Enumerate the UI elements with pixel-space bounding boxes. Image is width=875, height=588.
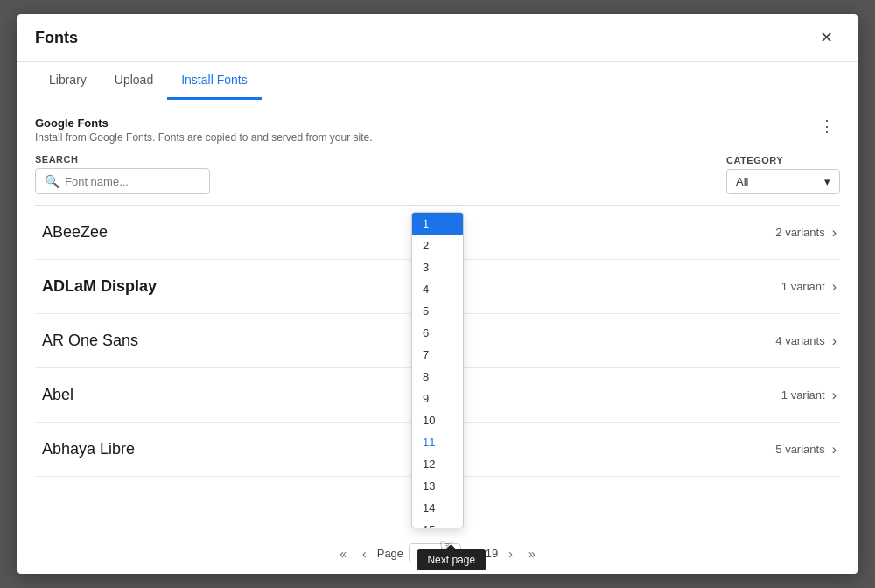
- fonts-dialog: Fonts ✕ Library Upload Install Fonts Goo…: [18, 14, 858, 574]
- page-dropdown-list: 1 2 3 4 5 6 7 8 9 10 11 12 13 14 15 16 1…: [412, 213, 463, 528]
- category-value: All: [736, 175, 748, 188]
- chevron-right-icon: ›: [832, 388, 836, 403]
- dropdown-item-5[interactable]: 5: [412, 300, 463, 322]
- dropdown-item-10[interactable]: 10: [412, 410, 463, 431]
- dropdown-item-4[interactable]: 4: [412, 278, 463, 300]
- filters-row: SEARCH 🔍 CATEGORY All ▾: [35, 154, 840, 194]
- category-select[interactable]: All ▾: [726, 169, 840, 194]
- dropdown-item-14[interactable]: 14: [412, 497, 463, 519]
- pagination-bar: « ‹ Page 1 ▾ of 319 › » ☞ Next page: [35, 535, 840, 574]
- font-meta: 1 variant ›: [781, 388, 836, 403]
- search-icon: 🔍: [45, 174, 60, 188]
- font-variants: 4 variants: [775, 334, 824, 347]
- font-name: ADLaM Display: [42, 277, 157, 296]
- font-name: Abel: [42, 386, 74, 404]
- dropdown-item-6[interactable]: 6: [412, 322, 463, 344]
- font-variants: 2 variants: [775, 226, 824, 239]
- dialog-header: Fonts ✕: [18, 14, 858, 62]
- section-description: Install from Google Fonts. Fonts are cop…: [35, 131, 373, 144]
- search-label: SEARCH: [35, 154, 210, 164]
- font-meta: 4 variants ›: [775, 333, 836, 349]
- category-label: CATEGORY: [726, 155, 840, 165]
- font-name: Abhaya Libre: [42, 440, 135, 458]
- tab-library[interactable]: Library: [35, 62, 101, 100]
- section-title: Google Fonts: [35, 116, 373, 130]
- last-page-button[interactable]: »: [523, 545, 541, 563]
- page-dropdown: 1 2 3 4 5 6 7 8 9 10 11 12 13 14 15 16 1…: [411, 212, 464, 528]
- search-box: 🔍: [35, 168, 210, 194]
- prev-page-button[interactable]: ‹: [357, 545, 372, 563]
- next-page-tooltip: Next page: [416, 550, 486, 570]
- chevron-right-icon: ›: [832, 442, 836, 458]
- dropdown-item-1[interactable]: 1: [412, 213, 463, 234]
- dropdown-item-9[interactable]: 9: [412, 388, 463, 410]
- dropdown-item-2[interactable]: 2: [412, 234, 463, 256]
- tooltip-container: Next page: [416, 550, 486, 570]
- tab-install-fonts[interactable]: Install Fonts: [167, 62, 261, 100]
- tabs-bar: Library Upload Install Fonts: [18, 62, 858, 99]
- dropdown-item-13[interactable]: 13: [412, 475, 463, 497]
- font-variants: 5 variants: [775, 443, 824, 456]
- category-filter-group: CATEGORY All ▾: [726, 155, 840, 194]
- chevron-right-icon: ›: [832, 225, 836, 241]
- font-name: ABeeZee: [42, 223, 108, 242]
- font-meta: 1 variant ›: [781, 279, 836, 295]
- font-meta: 2 variants ›: [775, 225, 836, 241]
- dropdown-item-11[interactable]: 11: [412, 431, 463, 453]
- dropdown-item-12[interactable]: 12: [412, 453, 463, 475]
- first-page-button[interactable]: «: [334, 545, 352, 563]
- dropdown-item-8[interactable]: 8: [412, 366, 463, 388]
- dropdown-item-7[interactable]: 7: [412, 344, 463, 366]
- dropdown-item-15[interactable]: 15: [412, 519, 463, 528]
- chevron-down-icon: ▾: [824, 175, 830, 188]
- close-button[interactable]: ✕: [813, 26, 840, 49]
- more-options-button[interactable]: ⋮: [816, 116, 840, 136]
- tab-upload[interactable]: Upload: [101, 62, 167, 100]
- font-meta: 5 variants ›: [775, 442, 836, 458]
- font-variants: 1 variant: [781, 280, 825, 293]
- search-input[interactable]: [65, 175, 200, 188]
- font-variants: 1 variant: [781, 388, 825, 402]
- dialog-title: Fonts: [35, 29, 78, 60]
- search-filter-group: SEARCH 🔍: [35, 154, 210, 194]
- section-header: Google Fonts Install from Google Fonts. …: [35, 116, 840, 144]
- chevron-right-icon: ›: [832, 279, 836, 295]
- dialog-body: Google Fonts Install from Google Fonts. …: [18, 99, 858, 574]
- font-name: AR One Sans: [42, 332, 138, 350]
- dropdown-item-3[interactable]: 3: [412, 256, 463, 278]
- page-label: Page: [377, 547, 403, 560]
- chevron-right-icon: ›: [832, 333, 836, 349]
- next-page-button[interactable]: ›: [503, 545, 518, 563]
